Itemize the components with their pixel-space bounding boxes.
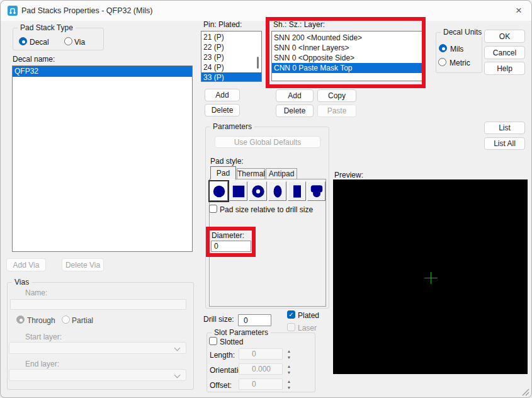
offset-input [239,378,283,390]
square-pad-icon [231,184,246,199]
slotted-checkbox[interactable] [209,337,217,345]
ok-button[interactable]: OK [484,30,525,43]
delete-via-button[interactable]: Delete Via [62,258,104,271]
start-layer-label: Start layer: [25,333,62,341]
layer-delete-button[interactable]: Delete [276,105,314,117]
spin-up-icon[interactable]: ▲ [287,349,291,353]
pad-style-label: Pad style: [210,157,244,166]
drill-size-label: Drill size: [203,315,234,324]
circle-pad-icon [212,184,227,199]
tab-thermal[interactable]: Thermal [237,168,265,179]
pad-shape-ellipse-button[interactable] [268,181,286,201]
list-item-layer[interactable]: SNN 0 <Inner Layers> [272,43,422,53]
list-item-pin[interactable]: 24 (P) [201,62,261,72]
chevron-down-icon [174,345,181,351]
via-name-label: Name: [25,288,47,297]
laser-checkbox-label: Laser [298,324,317,333]
close-icon[interactable]: × [511,4,526,18]
partial-radio [62,316,70,324]
cancel-button[interactable]: Cancel [484,46,525,59]
layer-paste-button[interactable]: Paste [317,105,356,117]
layer-copy-button[interactable]: Copy [317,89,356,102]
decal-name-list[interactable]: QFP32 [12,65,193,252]
list-item-layer-selected[interactable]: CNN 0 Paste Mask Top [272,63,422,73]
pad-shape-rectangle-button[interactable] [288,181,306,201]
list-item-pin[interactable]: 22 (P) [201,42,261,52]
list-item-layer[interactable]: SNN 0 <Opposite Side> [272,53,422,63]
plated-checkbox[interactable]: ✓ [287,310,295,319]
pad-stack-type-label: Pad Stack Type [18,23,76,32]
length-label: Length: [210,351,235,360]
partial-radio-label: Partial [72,316,93,325]
orientation-input [239,363,283,375]
list-item-pin[interactable]: 23 (P) [201,52,261,62]
pad-size-relative-label: Pad size relative to drill size [220,205,313,214]
decal-radio-label: Decal [30,38,49,47]
spin-down-icon[interactable]: ▼ [287,355,291,360]
titlebar: Pad Stacks Properties - QFP32 (Mils) × [1,1,531,21]
pad-size-relative-checkbox[interactable] [209,205,217,213]
slotted-checkbox-label: Slotted [220,338,243,346]
help-button[interactable]: Help [484,62,525,75]
tab-antipad[interactable]: Antipad [266,168,297,179]
layer-add-button[interactable]: Add [276,89,314,102]
offset-label: Offset: [210,381,232,390]
diameter-label: Diameter: [212,231,244,240]
plated-checkbox-label: Plated [298,311,319,320]
pad-shape-donut-button[interactable] [249,181,267,201]
chevron-down-icon [174,372,181,378]
pad-shape-odd-button[interactable] [307,181,325,201]
metric-radio-label: Metric [450,59,470,67]
spin-up-icon[interactable]: ▲ [287,364,291,368]
pin-list[interactable]: 21 (P) 22 (P) 23 (P) 24 (P) 33 (P) [201,31,262,82]
list-all-button[interactable]: List All [484,137,525,150]
rectangle-pad-icon [290,184,305,199]
decal-radio[interactable] [19,37,27,45]
diameter-input[interactable] [211,241,251,252]
check-icon: ✓ [288,311,293,318]
pad-shape-toolbar [210,181,325,201]
app-logo-icon [8,6,18,16]
via-radio-label: Via [74,38,85,47]
metric-radio[interactable] [438,58,446,66]
via-radio[interactable] [64,37,72,45]
odd-pad-icon [309,184,324,199]
via-name-input [10,299,186,310]
spin-up-icon[interactable]: ▲ [287,379,291,384]
laser-checkbox [287,323,295,331]
pad-shape-square-button[interactable] [229,181,247,201]
start-layer-select [9,342,186,354]
mils-radio[interactable] [439,44,447,52]
parameters-group-label: Parameters [210,122,254,131]
tab-pad[interactable]: Pad [210,166,236,179]
pin-delete-button[interactable]: Delete [205,104,240,117]
decal-units-label: Decal Units [441,28,484,37]
list-item-pin[interactable]: 21 (P) [201,32,261,42]
use-global-defaults-button[interactable]: Use Global Defaults [215,136,320,148]
end-layer-label: End layer: [25,360,59,368]
ellipse-pad-icon [270,184,285,199]
list-item-decal[interactable]: QFP32 [13,66,192,77]
spin-down-icon[interactable]: ▼ [287,385,291,390]
length-stepper[interactable]: ▲ ▼ [285,348,293,360]
resize-grip-icon[interactable] [520,387,529,396]
preview-label: Preview: [334,171,363,179]
drill-size-input[interactable] [238,314,271,326]
preview-canvas [333,179,528,374]
orientation-stepper[interactable]: ▲ ▼ [285,363,293,375]
through-radio-label: Through [27,316,55,325]
list-item-layer[interactable]: SNN 200 <Mounted Side> [272,33,422,43]
through-radio [16,316,25,324]
window-title: Pad Stacks Properties - QFP32 (Mils) [21,6,152,15]
list-button[interactable]: List [484,122,525,134]
end-layer-select [9,369,186,381]
spin-down-icon[interactable]: ▼ [287,370,291,375]
pin-add-button[interactable]: Add [205,89,240,101]
list-item-pin-selected[interactable]: 33 (P) [201,72,261,82]
offset-stepper[interactable]: ▲ ▼ [285,378,293,390]
layer-list[interactable]: SNN 200 <Mounted Side> SNN 0 <Inner Laye… [271,31,422,81]
pad-shape-circle-button[interactable] [210,181,228,201]
add-via-button[interactable]: Add Via [6,258,46,271]
pin-list-scrollbar[interactable] [257,57,259,69]
slot-parameters-label: Slot Parameters [212,328,271,337]
